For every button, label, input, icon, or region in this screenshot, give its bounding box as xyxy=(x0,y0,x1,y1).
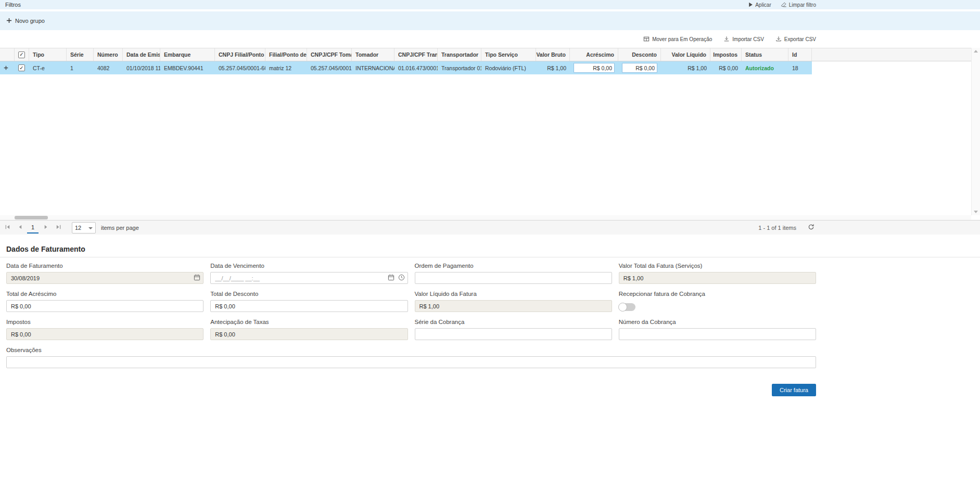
impostos-input[interactable] xyxy=(6,328,203,340)
create-invoice-button[interactable]: Criar fatura xyxy=(772,384,816,396)
field-recepcionar-fatura: Recepcionar fatura de Cobrança xyxy=(619,291,816,312)
data-faturamento-calendar-button[interactable] xyxy=(194,274,200,282)
column-header-id[interactable]: Id xyxy=(788,48,812,61)
total-desconto-input[interactable] xyxy=(210,300,408,312)
cell-filial: matriz 12 xyxy=(265,61,307,74)
field-ordem-pagamento: Ordem de Pagamento xyxy=(415,263,612,284)
import-csv-button[interactable]: Importar CSV xyxy=(723,36,764,42)
data-faturamento-input[interactable] xyxy=(6,272,203,284)
last-page-button[interactable] xyxy=(52,222,65,234)
total-acrescimo-input[interactable] xyxy=(6,300,203,312)
cell-expand xyxy=(0,61,15,74)
scroll-down-icon[interactable] xyxy=(974,211,978,213)
expand-row-icon[interactable] xyxy=(4,66,8,70)
column-header-transportador[interactable]: Transportador xyxy=(438,48,481,61)
horizontal-scrollbar[interactable] xyxy=(0,215,971,220)
field-antecipacao-taxas: Antecipação de Taxas xyxy=(210,319,408,340)
cell-tipo: CT-e xyxy=(29,61,67,74)
horizontal-scrollbar-thumb[interactable] xyxy=(15,216,48,219)
billing-section: Dados de Faturamento Data de Faturamento… xyxy=(0,235,980,396)
field-observacoes: Observações xyxy=(6,347,816,368)
ordem-pagamento-input[interactable] xyxy=(415,272,612,284)
grid-body: CT-e 1 4082 01/10/2018 11:07 EMBDEV.9044… xyxy=(0,61,980,220)
select-all-checkbox[interactable] xyxy=(18,51,25,58)
current-page-button[interactable]: 1 xyxy=(27,222,39,233)
column-header-impostos[interactable]: Impostos xyxy=(710,48,742,61)
refresh-icon xyxy=(808,224,814,232)
apply-filter-label: Aplicar xyxy=(755,2,771,8)
column-header-cnpj-filial[interactable]: CNPJ Filial/Ponto de ... xyxy=(215,48,265,61)
first-page-button[interactable] xyxy=(1,222,14,234)
field-impostos: Impostos xyxy=(6,319,203,340)
move-to-operation-label: Mover para Em Operação xyxy=(652,36,712,42)
previous-page-button[interactable] xyxy=(14,222,26,234)
numero-cobranca-input[interactable] xyxy=(619,328,816,340)
clear-filter-button[interactable]: Limpar filtro xyxy=(781,2,816,8)
grid-toolbar: Mover para Em Operação Importar CSV Expo… xyxy=(0,30,980,48)
field-data-faturamento: Data de Faturamento xyxy=(6,263,203,284)
cell-impostos: R$ 0,00 xyxy=(710,61,742,74)
grid-header: Tipo Série Número Data de Emiss... Embar… xyxy=(0,48,980,61)
column-header-acrescimo[interactable]: Acréscimo xyxy=(570,48,618,61)
column-header-desconto[interactable]: Desconto xyxy=(618,48,661,61)
column-header-embarque[interactable]: Embarque xyxy=(160,48,215,61)
column-header-serie[interactable]: Série xyxy=(67,48,94,61)
page-size-select[interactable]: 12 xyxy=(72,222,96,233)
clear-filter-label: Limpar filtro xyxy=(789,2,816,8)
valor-liquido-fatura-input[interactable] xyxy=(415,300,612,312)
vertical-scrollbar[interactable] xyxy=(971,48,980,215)
valor-total-fatura-input[interactable] xyxy=(619,272,816,284)
column-header-numero[interactable]: Número xyxy=(94,48,123,61)
column-header-tomador[interactable]: Tomador xyxy=(352,48,394,61)
cell-id: 18 xyxy=(788,61,812,74)
calendar-icon xyxy=(388,274,394,282)
refresh-button[interactable] xyxy=(806,223,816,233)
move-to-operation-button[interactable]: Mover para Em Operação xyxy=(643,36,712,42)
cell-numero: 4082 xyxy=(94,61,123,74)
acrescimo-input[interactable] xyxy=(574,63,615,73)
data-vencimento-input[interactable] xyxy=(210,272,408,284)
cell-valor-liquido: R$ 1,00 xyxy=(661,61,710,74)
select-all-header xyxy=(15,48,29,61)
column-header-data-emissao[interactable]: Data de Emiss... xyxy=(123,48,160,61)
move-icon xyxy=(643,36,650,42)
data-vencimento-time-button[interactable] xyxy=(398,274,405,282)
valor-liquido-fatura-label: Valor Líquido da Fatura xyxy=(415,291,612,297)
observacoes-input[interactable] xyxy=(6,356,816,368)
data-vencimento-calendar-button[interactable] xyxy=(388,274,394,282)
column-header-tipo-servico[interactable]: Tipo Serviço xyxy=(481,48,536,61)
clock-icon xyxy=(398,274,405,282)
impostos-label: Impostos xyxy=(6,319,203,326)
table-row[interactable]: CT-e 1 4082 01/10/2018 11:07 EMBDEV.9044… xyxy=(0,61,812,74)
seek-last-icon xyxy=(56,224,61,231)
row-select-checkbox[interactable] xyxy=(18,64,25,71)
new-group-button[interactable]: Novo grupo xyxy=(6,18,45,24)
column-header-status[interactable]: Status xyxy=(742,48,788,61)
antecipacao-taxas-input[interactable] xyxy=(210,328,408,340)
billing-form: Data de Faturamento Data de Vencimento xyxy=(6,263,816,368)
arrow-left-icon xyxy=(17,224,23,231)
new-group-label: Novo grupo xyxy=(15,18,45,24)
billing-section-title: Dados de Faturamento xyxy=(0,245,980,253)
column-header-valor-bruto[interactable]: Valor Bruto xyxy=(536,48,570,61)
pager: 1 12 items per page 1 - 1 of 1 items xyxy=(0,220,980,235)
cell-valor-bruto: R$ 1,00 xyxy=(536,61,570,74)
recepcionar-fatura-toggle[interactable] xyxy=(619,303,635,311)
column-header-tipo[interactable]: Tipo xyxy=(29,48,67,61)
next-page-button[interactable] xyxy=(40,222,52,234)
export-csv-button[interactable]: Exportar CSV xyxy=(775,36,816,42)
page-size-value: 12 xyxy=(75,225,81,231)
desconto-input[interactable] xyxy=(622,63,657,73)
column-header-cnpj-tomador[interactable]: CNPJ/CPF Tomador xyxy=(307,48,352,61)
cell-transportador: Transportador 01 xyxy=(438,61,481,74)
numero-cobranca-label: Número da Cobrança xyxy=(619,319,816,326)
column-header-cnpj-transportador[interactable]: CNPJ/CPF Transp... xyxy=(394,48,438,61)
scroll-up-icon[interactable] xyxy=(974,50,978,53)
serie-cobranca-input[interactable] xyxy=(415,328,612,340)
export-csv-label: Exportar CSV xyxy=(784,36,816,42)
expand-column-header xyxy=(0,48,15,61)
column-header-filial[interactable]: Filial/Ponto de O... xyxy=(265,48,307,61)
apply-filter-button[interactable]: Aplicar xyxy=(748,2,771,8)
column-header-valor-liquido[interactable]: Valor Líquido xyxy=(661,48,710,61)
data-grid: Tipo Série Número Data de Emiss... Embar… xyxy=(0,48,980,220)
